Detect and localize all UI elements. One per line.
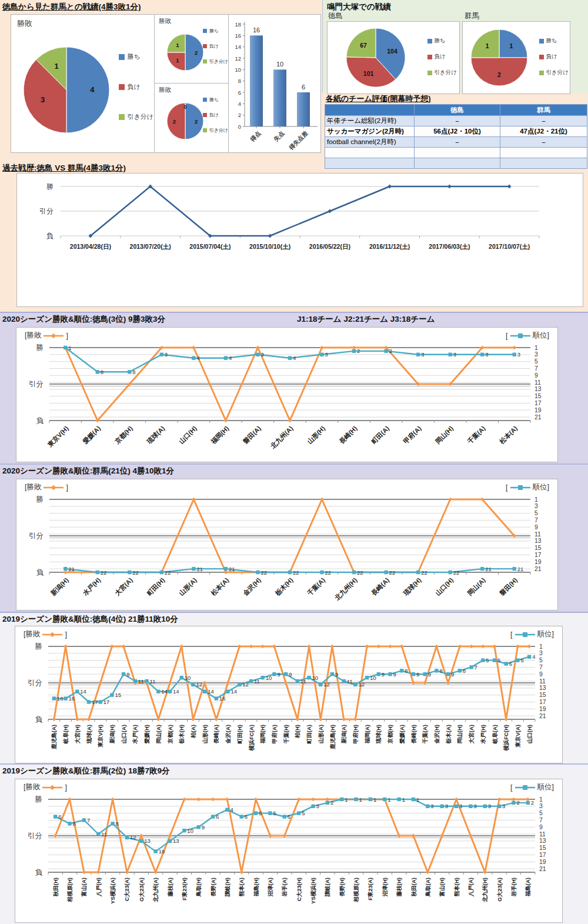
x-label: 岩手(H) xyxy=(510,878,517,897)
x-label: 栃木(H) xyxy=(178,725,185,744)
marker-square xyxy=(225,808,229,812)
x-label: 千葉(A) xyxy=(466,425,487,446)
axis-label: 1 xyxy=(534,496,538,503)
x-label: 琉球(H) xyxy=(402,576,423,598)
chart-pie-naruto-gunma: 121 勝ち負け引き分け xyxy=(462,21,570,94)
axis-label: 17 xyxy=(539,698,546,705)
rank-label: 2 xyxy=(516,799,519,806)
rank-label: 5 xyxy=(273,810,276,816)
title-season-2020-tokushima: 2020シーズン勝敗&順位:徳島(3位) 9勝3敗3分 xyxy=(2,314,165,325)
axis-label: 10 xyxy=(235,66,241,73)
x-label: YS横浜(A) xyxy=(109,878,116,904)
axis-label: 16 xyxy=(235,32,241,39)
rank-label: 3 xyxy=(316,803,319,809)
rank-label: 9 xyxy=(277,671,280,678)
legend-item-負け: 負け xyxy=(119,82,153,91)
winloss-legend-marker-icon xyxy=(44,333,64,339)
rank-label: 3 xyxy=(325,351,328,358)
axis-label: 5 xyxy=(534,358,538,365)
axis-label: 13 xyxy=(534,537,542,544)
rank-label: 1 xyxy=(387,796,390,803)
x-label: 横浜FC(A) xyxy=(248,725,255,752)
x-label: 長崎(A) xyxy=(369,576,390,598)
marker-square xyxy=(133,679,137,683)
rank-label: 9 xyxy=(289,671,292,678)
marker-square xyxy=(256,353,259,356)
team-evaluation-table: 徳島 群馬 年俸チーム総額(2月時)−−サッカーマガジン(2月時)56点(J2・… xyxy=(325,104,587,169)
title-tokushima-vs-gunma: 徳島から見た群馬との戦績(4勝3敗1分) xyxy=(2,2,141,12)
chart-legend-row: [勝敗][順位] xyxy=(24,629,554,639)
history-x-label: 2017/10/07(土) xyxy=(489,243,530,250)
axis-label: 勝 xyxy=(46,182,54,191)
x-label: 八戸(H) xyxy=(95,878,102,897)
marker-square xyxy=(240,815,243,818)
pie-legend: 勝ち負け引き分け xyxy=(119,52,153,142)
rank-legend: [順位] xyxy=(506,331,549,341)
x-label: 熊本(H) xyxy=(453,878,460,896)
value-tokushima: − xyxy=(415,137,500,148)
bar-canvas: 02468101214161816得点10失点6得失点差 xyxy=(229,15,319,151)
axis-label: 14 xyxy=(235,44,241,50)
x-label: 富山(A) xyxy=(81,878,87,896)
rank-label: 4 xyxy=(229,355,232,361)
marker-square xyxy=(353,683,357,686)
rank-label: 9 xyxy=(393,671,396,678)
axis-label: 7 xyxy=(539,663,543,671)
rank-label: 22 xyxy=(421,569,427,576)
pie-legend: 勝ち負け引き分け xyxy=(203,96,228,142)
rank-label: 7 xyxy=(87,817,90,823)
rank-label: 8 xyxy=(73,820,76,827)
marker-square xyxy=(435,669,438,672)
x-label: 鹿児島(A) xyxy=(51,725,57,750)
axis-label: 負 xyxy=(36,416,44,425)
x-label: 柏(H) xyxy=(294,725,300,739)
legend-item-引き分け: 引き分け xyxy=(539,69,569,76)
chart-bar-goals: 02468101214161816得点10失点6得失点差 xyxy=(228,14,321,153)
row-label xyxy=(325,148,415,158)
marker-square xyxy=(52,696,56,700)
rank-label: 14 xyxy=(231,688,238,695)
x-label: 金沢(A) xyxy=(225,725,231,744)
rank-label: 5 xyxy=(302,810,305,816)
pie-data-label: 3 xyxy=(41,95,45,104)
rank-label: 3 xyxy=(453,351,456,358)
marker-diamond xyxy=(493,645,496,648)
axis-label: 15 xyxy=(539,844,546,851)
pie-title: 勝敗 xyxy=(17,18,32,29)
history-line-svg: 勝引分負2013/04/28(日)2013/07/20(土)2015/07/04… xyxy=(18,176,580,302)
marker-square xyxy=(64,567,67,571)
bar-value-label: 6 xyxy=(302,84,305,91)
pie-legend: 勝ち負け引き分け xyxy=(203,28,228,74)
s2019-tokushima-svg: 勝引分負135791113151719211616141717159111114… xyxy=(16,641,561,766)
marker-square xyxy=(448,353,452,356)
legend-swatch-icon xyxy=(119,114,125,120)
rank-label: 1 xyxy=(416,796,419,803)
pie-canvas: 431 xyxy=(12,30,116,148)
x-label: 愛媛(A) xyxy=(399,725,405,743)
marker-diamond xyxy=(447,185,452,189)
marker-square xyxy=(153,849,157,853)
x-label: 大宮(H) xyxy=(74,725,81,743)
marker-diamond xyxy=(365,645,369,648)
x-label: 山形(H) xyxy=(306,425,327,446)
rank-label: 1 xyxy=(373,796,376,803)
bar-category-label: 得点 xyxy=(249,130,262,144)
marker-square xyxy=(288,571,292,574)
marker-square xyxy=(480,353,484,356)
pie-slice-勝ち xyxy=(499,29,527,58)
marker-square xyxy=(319,683,322,686)
chart-legend-row: [勝敗][順位] xyxy=(25,482,549,492)
marker-square xyxy=(369,798,372,801)
x-label: 福島(H) xyxy=(253,878,259,897)
value-tokushima: − xyxy=(415,116,500,126)
legend-item-負け: 負け xyxy=(203,43,228,49)
legend-swatch-icon xyxy=(203,98,207,102)
naruto-gunma-pie-svg: 121 xyxy=(464,23,536,92)
rank-label: 22 xyxy=(357,569,363,576)
marker-square xyxy=(224,356,228,360)
marker-square xyxy=(256,571,259,574)
axis-label: 5 xyxy=(539,656,543,663)
x-label: C大23(H) xyxy=(296,878,302,901)
rank-label: 9 xyxy=(451,671,454,678)
legend-text: [勝敗 xyxy=(24,629,40,639)
